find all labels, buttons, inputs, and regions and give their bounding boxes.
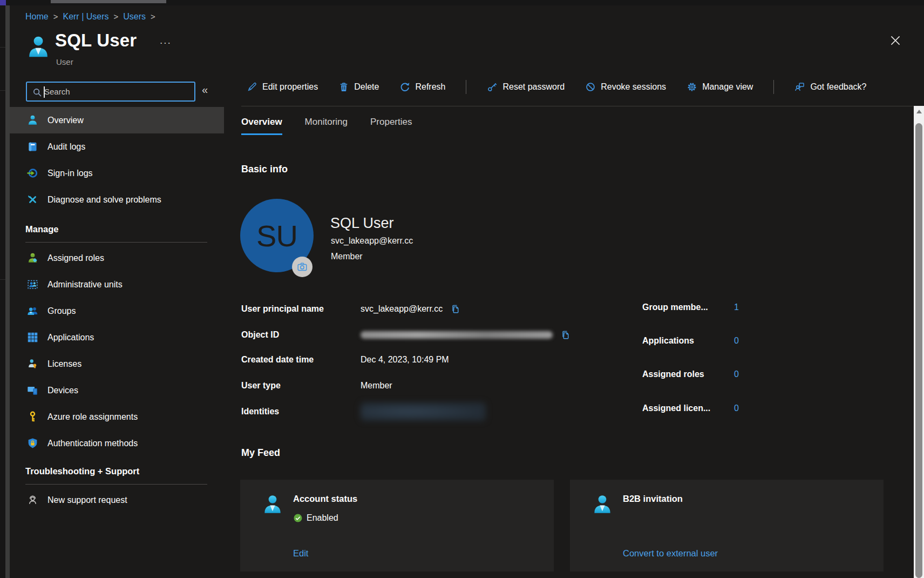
- field-row-created-date-time: Created date timeDec 4, 2023, 10:49 PM: [241, 353, 449, 366]
- sidebar-item-administrative-units[interactable]: Administrative units: [10, 271, 224, 298]
- toolbar-button-label: Manage view: [702, 82, 753, 92]
- sidebar-item-diagnose-and-solve-problems[interactable]: Diagnose and solve problems: [10, 186, 224, 213]
- stat-label-assigned-roles: Assigned roles: [642, 369, 704, 379]
- sidebar-item-authentication-methods[interactable]: Authentication methods: [10, 430, 224, 456]
- pencil-icon: [247, 82, 257, 92]
- sidebar-item-label: Authentication methods: [47, 439, 138, 448]
- got-feedback-button[interactable]: Got feedback?: [794, 82, 866, 92]
- sidebar-item-sign-in-logs[interactable]: Sign-in logs: [10, 160, 224, 186]
- command-bar: Edit propertiesDeleteRefreshReset passwo…: [241, 75, 866, 99]
- revoke-sessions-button[interactable]: Revoke sessions: [585, 82, 666, 92]
- feed-card-account-status: Account statusEnabledEdit: [240, 480, 554, 572]
- tab-properties[interactable]: Properties: [370, 117, 412, 135]
- user-blade: Home>Kerr | Users>Users> SQL User ... Us…: [10, 5, 924, 578]
- sidebar-item-label: New support request: [47, 495, 127, 505]
- toolbar-button-label: Refresh: [415, 82, 445, 92]
- redacted-value: [361, 402, 486, 421]
- copy-icon[interactable]: [560, 330, 571, 340]
- sidebar-item-label: Audit logs: [47, 142, 85, 152]
- admin-units-icon: [27, 279, 38, 290]
- field-value: [361, 402, 486, 421]
- delete-button[interactable]: Delete: [338, 82, 379, 92]
- profile-display-name: SQL User: [330, 215, 394, 232]
- my-feed-heading: My Feed: [241, 447, 280, 459]
- edit-link[interactable]: Edit: [293, 548, 308, 559]
- sidebar-item-applications[interactable]: Applications: [10, 324, 224, 351]
- breadcrumb-separator: >: [53, 12, 58, 21]
- sidebar-item-label: Sign-in logs: [47, 169, 93, 178]
- stat-label-applications: Applications: [642, 336, 694, 346]
- sidebar-divider: [25, 242, 207, 243]
- sidebar-item-label: Devices: [47, 386, 78, 395]
- field-label: Created date time: [241, 355, 361, 365]
- account-status-value: Enabled: [293, 513, 338, 523]
- key-icon: [487, 82, 498, 92]
- scrollbar-thumb[interactable]: [915, 123, 922, 578]
- content-scrollbar: [914, 106, 924, 578]
- edit-properties-button[interactable]: Edit properties: [247, 82, 318, 92]
- sidebar-item-overview[interactable]: Overview: [10, 107, 224, 133]
- field-label: Identities: [241, 407, 361, 416]
- profile-upn: svc_lakeapp@kerr.cc: [331, 236, 413, 246]
- sidebar-item-licenses[interactable]: Licenses: [10, 351, 224, 377]
- convert-to-external-user-link[interactable]: Convert to external user: [623, 548, 718, 559]
- field-label: User principal name: [241, 304, 361, 314]
- sidebar-item-new-support-request[interactable]: New support request: [10, 487, 224, 513]
- sidebar-section-heading-troubleshooting-support: Troubleshooting + Support: [10, 465, 224, 478]
- page-subtitle: User: [56, 57, 73, 66]
- background-panel-scrollbar[interactable]: [5, 5, 10, 578]
- person-role-icon: [27, 252, 38, 264]
- breadcrumb-link-users[interactable]: Users: [123, 12, 146, 21]
- close-icon[interactable]: [888, 33, 902, 48]
- field-row-user-principal-name: User principal namesvc_lakeapp@kerr.cc: [241, 303, 461, 315]
- sidebar-item-label: Applications: [47, 333, 94, 342]
- tools-icon: [27, 194, 38, 205]
- field-value: Member: [361, 381, 392, 391]
- profile-user-type: Member: [331, 252, 363, 261]
- sidebar-item-label: Administrative units: [47, 280, 123, 290]
- tab-bar: OverviewMonitoringProperties: [241, 117, 412, 135]
- sidebar-item-label: Licenses: [47, 359, 81, 369]
- stat-value-assigned-licen[interactable]: 0: [734, 404, 739, 413]
- license-icon: [27, 358, 38, 369]
- manage-view-button[interactable]: Manage view: [687, 82, 753, 92]
- field-value: svc_lakeapp@kerr.cc: [361, 304, 461, 314]
- breadcrumb-link-home[interactable]: Home: [25, 12, 49, 21]
- left-edge-rail: [0, 5, 5, 578]
- refresh-button[interactable]: Refresh: [399, 82, 445, 92]
- sidebar-item-assigned-roles[interactable]: Assigned roles: [10, 245, 224, 271]
- more-options-button[interactable]: ...: [160, 35, 172, 46]
- field-row-object-id: Object ID: [241, 328, 571, 341]
- camera-icon[interactable]: [292, 257, 312, 277]
- card-title: Account status: [293, 494, 357, 504]
- collapse-sidebar-button[interactable]: «: [202, 84, 208, 96]
- copy-icon[interactable]: [450, 304, 461, 314]
- sidebar-item-groups[interactable]: Groups: [10, 298, 224, 324]
- basic-info-heading: Basic info: [241, 164, 288, 175]
- sidebar-item-azure-role-assignments[interactable]: Azure role assignments: [10, 404, 224, 430]
- search-input[interactable]: [44, 83, 193, 100]
- stat-label-assigned-licen: Assigned licen...: [642, 404, 710, 413]
- shield-lock-icon: [27, 438, 38, 449]
- stat-value-applications[interactable]: 0: [734, 336, 739, 346]
- toolbar-separator: [773, 80, 774, 94]
- user-avatar-icon: [26, 35, 51, 62]
- reset-password-button[interactable]: Reset password: [487, 82, 565, 92]
- app-grid-icon: [27, 332, 38, 343]
- sidebar-item-label: Groups: [47, 306, 76, 316]
- sidebar-item-devices[interactable]: Devices: [10, 377, 224, 404]
- toolbar-button-label: Got feedback?: [810, 82, 866, 92]
- breadcrumb-link-kerr-users[interactable]: Kerr | Users: [63, 12, 108, 21]
- toolbar-button-label: Revoke sessions: [601, 82, 666, 92]
- field-label: User type: [241, 381, 361, 391]
- tab-overview[interactable]: Overview: [241, 117, 282, 135]
- stat-value-assigned-roles[interactable]: 0: [734, 369, 739, 379]
- toolbar-button-label: Reset password: [502, 82, 565, 92]
- redacted-value: [361, 331, 553, 339]
- field-row-identities: Identities: [241, 405, 486, 418]
- sidebar-item-audit-logs[interactable]: Audit logs: [10, 133, 224, 160]
- tab-monitoring[interactable]: Monitoring: [305, 117, 348, 135]
- stat-value-group-membe[interactable]: 1: [734, 303, 739, 312]
- scrollbar-up-arrow[interactable]: [914, 106, 924, 117]
- refresh-icon: [399, 82, 410, 92]
